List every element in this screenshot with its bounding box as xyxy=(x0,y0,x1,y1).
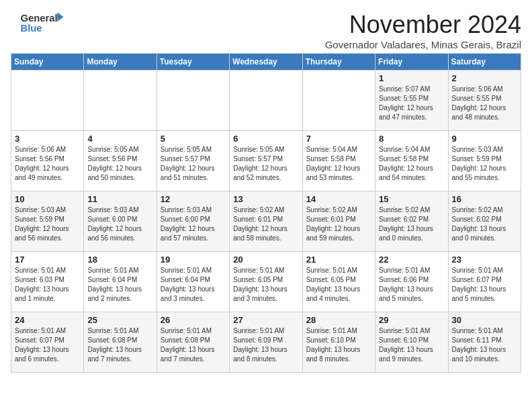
day-info: Sunrise: 5:01 AM Sunset: 6:04 PM Dayligh… xyxy=(87,266,152,304)
svg-text:Blue: Blue xyxy=(20,23,42,34)
calendar-cell: 23Sunrise: 5:01 AM Sunset: 6:07 PM Dayli… xyxy=(448,252,521,312)
calendar-cell: 8Sunrise: 5:04 AM Sunset: 5:58 PM Daylig… xyxy=(375,131,448,191)
calendar-cell: 18Sunrise: 5:01 AM Sunset: 6:04 PM Dayli… xyxy=(84,252,157,312)
calendar-cell: 24Sunrise: 5:01 AM Sunset: 6:07 PM Dayli… xyxy=(11,312,84,373)
header-cell-tuesday: Tuesday xyxy=(157,54,229,71)
day-info: Sunrise: 5:01 AM Sunset: 6:10 PM Dayligh… xyxy=(379,326,444,364)
calendar-cell xyxy=(84,71,157,131)
day-number: 18 xyxy=(87,255,152,265)
title-block: November 2024 Governador Valadares, Mina… xyxy=(325,11,521,50)
calendar-cell: 28Sunrise: 5:01 AM Sunset: 6:10 PM Dayli… xyxy=(302,312,375,373)
logo: GeneralBlue xyxy=(11,11,58,32)
calendar-cell: 13Sunrise: 5:02 AM Sunset: 6:01 PM Dayli… xyxy=(230,191,302,252)
header-cell-sunday: Sunday xyxy=(11,54,84,71)
day-number: 17 xyxy=(15,255,80,265)
calendar-week-0: 1Sunrise: 5:07 AM Sunset: 5:55 PM Daylig… xyxy=(11,71,521,131)
day-info: Sunrise: 5:03 AM Sunset: 5:59 PM Dayligh… xyxy=(15,205,80,243)
header-cell-thursday: Thursday xyxy=(302,54,375,71)
day-number: 2 xyxy=(452,73,517,83)
day-number: 27 xyxy=(233,315,298,325)
day-info: Sunrise: 5:06 AM Sunset: 5:56 PM Dayligh… xyxy=(15,145,80,183)
calendar-cell: 16Sunrise: 5:02 AM Sunset: 6:02 PM Dayli… xyxy=(448,191,521,252)
calendar-cell: 14Sunrise: 5:02 AM Sunset: 6:01 PM Dayli… xyxy=(302,191,375,252)
page-header: GeneralBlue November 2024 Governador Val… xyxy=(11,11,521,50)
day-number: 7 xyxy=(306,134,371,144)
day-info: Sunrise: 5:04 AM Sunset: 5:58 PM Dayligh… xyxy=(306,145,371,183)
calendar-week-4: 24Sunrise: 5:01 AM Sunset: 6:07 PM Dayli… xyxy=(11,312,521,373)
day-info: Sunrise: 5:01 AM Sunset: 6:05 PM Dayligh… xyxy=(306,266,371,304)
day-number: 24 xyxy=(15,315,80,325)
calendar-cell: 4Sunrise: 5:05 AM Sunset: 5:56 PM Daylig… xyxy=(84,131,157,191)
day-info: Sunrise: 5:02 AM Sunset: 6:01 PM Dayligh… xyxy=(306,205,371,243)
day-info: Sunrise: 5:02 AM Sunset: 6:02 PM Dayligh… xyxy=(379,205,444,243)
day-number: 15 xyxy=(379,194,444,204)
day-number: 23 xyxy=(452,255,517,265)
calendar-cell: 5Sunrise: 5:05 AM Sunset: 5:57 PM Daylig… xyxy=(157,131,229,191)
calendar-cell: 19Sunrise: 5:01 AM Sunset: 6:04 PM Dayli… xyxy=(157,252,229,312)
day-number: 30 xyxy=(452,315,517,325)
calendar-cell: 20Sunrise: 5:01 AM Sunset: 6:05 PM Dayli… xyxy=(230,252,302,312)
day-info: Sunrise: 5:01 AM Sunset: 6:05 PM Dayligh… xyxy=(233,266,298,304)
day-number: 5 xyxy=(161,134,226,144)
calendar-cell: 22Sunrise: 5:01 AM Sunset: 6:06 PM Dayli… xyxy=(375,252,448,312)
day-info: Sunrise: 5:01 AM Sunset: 6:07 PM Dayligh… xyxy=(15,326,80,364)
header-cell-monday: Monday xyxy=(84,54,157,71)
svg-text:General: General xyxy=(20,13,57,24)
day-info: Sunrise: 5:05 AM Sunset: 5:57 PM Dayligh… xyxy=(161,145,226,183)
calendar-cell: 15Sunrise: 5:02 AM Sunset: 6:02 PM Dayli… xyxy=(375,191,448,252)
day-number: 16 xyxy=(452,194,517,204)
location-title: Governador Valadares, Minas Gerais, Braz… xyxy=(325,39,521,50)
day-info: Sunrise: 5:01 AM Sunset: 6:08 PM Dayligh… xyxy=(161,326,226,364)
calendar-cell: 29Sunrise: 5:01 AM Sunset: 6:10 PM Dayli… xyxy=(375,312,448,373)
calendar-cell: 17Sunrise: 5:01 AM Sunset: 6:03 PM Dayli… xyxy=(11,252,84,312)
day-number: 1 xyxy=(379,73,444,83)
day-number: 21 xyxy=(306,255,371,265)
calendar-cell: 3Sunrise: 5:06 AM Sunset: 5:56 PM Daylig… xyxy=(11,131,84,191)
calendar-cell: 1Sunrise: 5:07 AM Sunset: 5:55 PM Daylig… xyxy=(375,71,448,131)
day-number: 11 xyxy=(87,194,152,204)
logo-icon: GeneralBlue xyxy=(11,11,58,32)
day-number: 19 xyxy=(161,255,226,265)
calendar-cell xyxy=(11,71,84,131)
calendar-cell: 25Sunrise: 5:01 AM Sunset: 6:08 PM Dayli… xyxy=(84,312,157,373)
calendar-week-3: 17Sunrise: 5:01 AM Sunset: 6:03 PM Dayli… xyxy=(11,252,521,312)
calendar-cell: 30Sunrise: 5:01 AM Sunset: 6:11 PM Dayli… xyxy=(448,312,521,373)
day-number: 4 xyxy=(87,134,152,144)
day-number: 22 xyxy=(379,255,444,265)
day-info: Sunrise: 5:03 AM Sunset: 6:00 PM Dayligh… xyxy=(87,205,152,243)
day-number: 6 xyxy=(233,134,298,144)
header-cell-wednesday: Wednesday xyxy=(230,54,302,71)
day-number: 10 xyxy=(15,194,80,204)
day-info: Sunrise: 5:01 AM Sunset: 6:04 PM Dayligh… xyxy=(161,266,226,304)
day-number: 28 xyxy=(306,315,371,325)
calendar-cell: 27Sunrise: 5:01 AM Sunset: 6:09 PM Dayli… xyxy=(230,312,302,373)
calendar-cell: 12Sunrise: 5:03 AM Sunset: 6:00 PM Dayli… xyxy=(157,191,229,252)
calendar-cell: 6Sunrise: 5:05 AM Sunset: 5:57 PM Daylig… xyxy=(230,131,302,191)
calendar-table: SundayMondayTuesdayWednesdayThursdayFrid… xyxy=(11,53,521,373)
calendar-header-row: SundayMondayTuesdayWednesdayThursdayFrid… xyxy=(11,54,521,71)
day-number: 8 xyxy=(379,134,444,144)
svg-marker-2 xyxy=(57,12,63,21)
day-info: Sunrise: 5:03 AM Sunset: 6:00 PM Dayligh… xyxy=(161,205,226,243)
calendar-cell: 9Sunrise: 5:03 AM Sunset: 5:59 PM Daylig… xyxy=(448,131,521,191)
day-info: Sunrise: 5:02 AM Sunset: 6:02 PM Dayligh… xyxy=(452,205,517,243)
calendar-cell xyxy=(157,71,229,131)
day-info: Sunrise: 5:01 AM Sunset: 6:03 PM Dayligh… xyxy=(15,266,80,304)
calendar-cell: 2Sunrise: 5:06 AM Sunset: 5:55 PM Daylig… xyxy=(448,71,521,131)
day-number: 26 xyxy=(161,315,226,325)
day-info: Sunrise: 5:02 AM Sunset: 6:01 PM Dayligh… xyxy=(233,205,298,243)
day-number: 14 xyxy=(306,194,371,204)
calendar-cell: 26Sunrise: 5:01 AM Sunset: 6:08 PM Dayli… xyxy=(157,312,229,373)
day-number: 25 xyxy=(87,315,152,325)
calendar-cell xyxy=(302,71,375,131)
calendar-cell: 10Sunrise: 5:03 AM Sunset: 5:59 PM Dayli… xyxy=(11,191,84,252)
day-info: Sunrise: 5:04 AM Sunset: 5:58 PM Dayligh… xyxy=(379,145,444,183)
calendar-cell: 21Sunrise: 5:01 AM Sunset: 6:05 PM Dayli… xyxy=(302,252,375,312)
day-info: Sunrise: 5:03 AM Sunset: 5:59 PM Dayligh… xyxy=(452,145,517,183)
day-info: Sunrise: 5:01 AM Sunset: 6:10 PM Dayligh… xyxy=(306,326,371,364)
day-info: Sunrise: 5:01 AM Sunset: 6:09 PM Dayligh… xyxy=(233,326,298,364)
header-cell-friday: Friday xyxy=(375,54,448,71)
day-info: Sunrise: 5:07 AM Sunset: 5:55 PM Dayligh… xyxy=(379,85,444,122)
day-info: Sunrise: 5:01 AM Sunset: 6:07 PM Dayligh… xyxy=(452,266,517,304)
day-number: 12 xyxy=(161,194,226,204)
